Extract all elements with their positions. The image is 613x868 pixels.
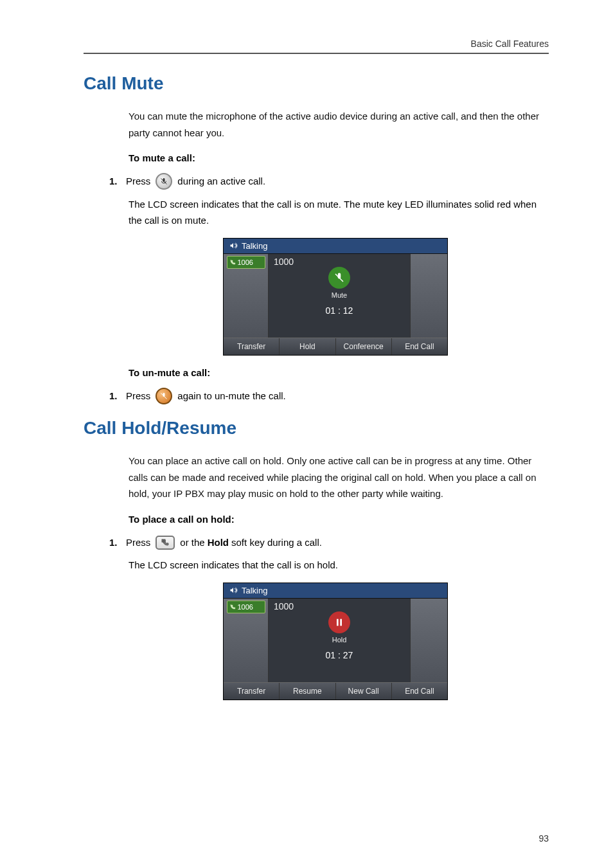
to-unmute-label: To un-mute a call: xyxy=(129,367,542,378)
step-text-b: again to un-mute the call. xyxy=(177,387,285,406)
lcd-mute-status-icon xyxy=(328,267,350,289)
page-number: 93 xyxy=(538,833,549,844)
hold-intro-paragraph: You can place an active call on hold. On… xyxy=(129,453,542,502)
softkey-transfer: Transfer xyxy=(224,338,280,355)
lcd-screenshot-hold: Talking 1006 1000 Hold 01 : 27 xyxy=(223,583,448,700)
softkey-end-call: End Call xyxy=(392,338,447,355)
handset-icon xyxy=(229,259,236,266)
step-number: 1. xyxy=(109,387,126,406)
mute-key-icon xyxy=(155,173,172,190)
lcd-account-number: 1006 xyxy=(238,258,253,266)
svg-rect-3 xyxy=(162,539,163,542)
handset-icon xyxy=(229,604,236,610)
lcd-title-bar: Talking xyxy=(224,583,447,599)
softkey-new-call: New Call xyxy=(336,683,392,700)
svg-rect-5 xyxy=(337,619,339,626)
svg-rect-4 xyxy=(164,539,165,542)
lcd-account-tab: 1006 xyxy=(227,256,265,269)
lcd-status-label: Hold xyxy=(332,636,347,644)
step-text-b: or the xyxy=(180,534,204,552)
softkey-end-call: End Call xyxy=(392,683,447,700)
lcd-title-bar: Talking xyxy=(224,239,447,254)
lcd-remote-number: 1000 xyxy=(274,257,294,267)
hold-key-icon xyxy=(155,536,175,550)
step-text-a: Press xyxy=(126,387,150,406)
running-header: Basic Call Features xyxy=(84,39,549,54)
step-text-b: during an active call. xyxy=(177,172,265,191)
lcd-right-panel xyxy=(410,254,447,338)
step-text-a: Press xyxy=(126,534,150,552)
lcd-account-number: 1006 xyxy=(238,603,253,611)
speaker-icon xyxy=(229,586,238,594)
lcd-account-tab: 1006 xyxy=(227,601,265,613)
lcd-timer: 01 : 12 xyxy=(326,305,353,316)
softkey-hold: Hold xyxy=(280,338,335,355)
lcd-softkeys-row: Transfer Hold Conference End Call xyxy=(224,338,447,355)
lcd-remote-number: 1000 xyxy=(274,601,294,611)
step-number: 1. xyxy=(109,534,126,552)
hold-step-1: 1. Press or the Hold soft key during a c… xyxy=(109,534,542,552)
step-number: 1. xyxy=(109,172,126,191)
lcd-title-text: Talking xyxy=(242,241,267,251)
lcd-title-text: Talking xyxy=(242,586,267,595)
svg-rect-6 xyxy=(340,619,342,626)
mute-step-1: 1. Press during an active call. xyxy=(109,172,542,191)
unmute-step-1: 1. Press again to un-mute the call. xyxy=(109,387,542,406)
to-hold-label: To place a call on hold: xyxy=(129,514,542,525)
lcd-timer: 01 : 27 xyxy=(326,650,353,660)
mute-key-icon xyxy=(155,388,172,404)
lcd-screenshot-mute: Talking 1006 1000 Mute 01 : 12 xyxy=(223,238,448,356)
step-text-c: soft key during a call. xyxy=(231,534,322,552)
section-heading-call-hold: Call Hold/Resume xyxy=(84,418,549,439)
lcd-hold-status-icon xyxy=(328,611,350,633)
hold-result-paragraph: The LCD screen indicates that the call i… xyxy=(129,557,542,574)
softkey-resume: Resume xyxy=(280,683,335,700)
speaker-icon xyxy=(229,242,238,249)
step-text-bold: Hold xyxy=(208,534,229,552)
mute-result-paragraph: The LCD screen indicates that the call i… xyxy=(129,196,542,229)
lcd-softkeys-row: Transfer Resume New Call End Call xyxy=(224,682,447,700)
softkey-conference: Conference xyxy=(336,338,392,355)
lcd-side-panel: 1006 xyxy=(224,599,269,682)
section-heading-call-mute: Call Mute xyxy=(84,73,549,94)
to-mute-label: To mute a call: xyxy=(129,152,542,163)
lcd-status-label: Mute xyxy=(332,291,347,299)
lcd-right-panel xyxy=(410,599,447,682)
lcd-side-panel: 1006 xyxy=(224,254,269,338)
softkey-transfer: Transfer xyxy=(224,683,280,700)
step-text-a: Press xyxy=(126,172,150,191)
mute-intro-paragraph: You can mute the microphone of the activ… xyxy=(129,108,542,141)
